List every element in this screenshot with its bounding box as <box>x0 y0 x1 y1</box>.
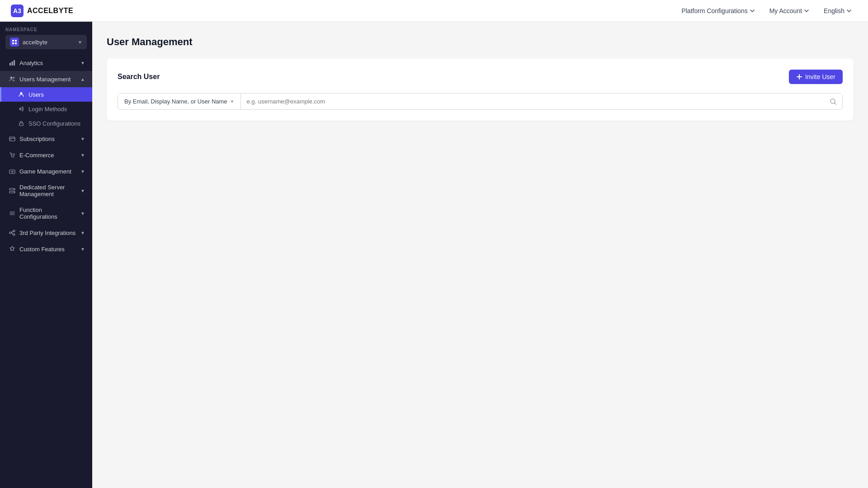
svg-point-20 <box>14 192 14 192</box>
sidebar-item-game-management[interactable]: Game Management ▼ <box>0 163 92 179</box>
sidebar-item-analytics[interactable]: Analytics ▼ <box>0 55 92 71</box>
namespace-selector-button[interactable]: accelbyte ▼ <box>5 35 87 49</box>
search-filter-chevron-icon: ▼ <box>230 99 235 104</box>
users-management-label: Users Management <box>19 76 71 83</box>
svg-rect-1 <box>15 40 17 42</box>
analytics-icon <box>9 59 16 66</box>
namespace-section: NAMESPACE accelbyte ▼ <box>0 22 92 53</box>
function-config-icon <box>9 210 16 217</box>
main-layout: NAMESPACE accelbyte ▼ Analytics ▼ <box>0 22 868 488</box>
subscriptions-label: Subscriptions <box>19 136 55 142</box>
sidebar-item-users-management[interactable]: Users Management ▲ <box>0 71 92 87</box>
ecommerce-icon <box>9 151 16 159</box>
subscriptions-icon <box>9 135 16 142</box>
function-config-label: Function Configurations <box>19 206 80 220</box>
sidebar-navigation: Analytics ▼ Users Management ▲ <box>0 53 92 488</box>
dedicated-server-label: Dedicated Server Management <box>19 184 80 197</box>
sidebar-item-ecommerce[interactable]: E-Commerce ▼ <box>0 147 92 163</box>
ecommerce-chevron-icon: ▼ <box>80 153 85 158</box>
users-management-icon <box>9 75 16 83</box>
platform-config-chevron-icon <box>750 8 755 14</box>
custom-features-icon <box>9 245 16 253</box>
sidebar-item-custom-features[interactable]: Custom Features ▼ <box>0 241 92 257</box>
platform-configurations-button[interactable]: Platform Configurations <box>676 5 760 17</box>
search-filter-label: By Email, Display Name, or User Name <box>124 98 227 105</box>
analytics-label: Analytics <box>19 60 43 66</box>
namespace-label: NAMESPACE <box>5 27 87 32</box>
search-filter-dropdown[interactable]: By Email, Display Name, or User Name ▼ <box>118 94 241 109</box>
namespace-chevron-icon: ▼ <box>78 40 82 45</box>
svg-rect-11 <box>9 137 15 141</box>
namespace-value: accelbyte <box>23 39 74 46</box>
svg-rect-4 <box>9 63 11 66</box>
main-content: User Management Search User Invite User … <box>92 22 868 488</box>
svg-point-8 <box>13 77 15 79</box>
svg-point-21 <box>9 232 11 234</box>
users-icon <box>18 91 25 98</box>
svg-point-7 <box>10 77 13 79</box>
users-label: Users <box>28 91 44 98</box>
sso-config-label: SSO Configurations <box>28 120 80 127</box>
sso-config-icon <box>18 120 25 127</box>
dedicated-server-icon <box>9 187 16 194</box>
custom-features-chevron-icon: ▼ <box>80 247 85 252</box>
game-management-icon <box>9 168 16 175</box>
search-icon <box>830 98 837 105</box>
logo-area: A3 ACCELBYTE <box>11 5 73 17</box>
invite-plus-icon <box>796 74 802 80</box>
namespace-icon <box>10 38 19 47</box>
third-party-label: 3rd Party Integrations <box>19 230 75 236</box>
login-methods-icon <box>18 105 25 113</box>
sidebar-item-dedicated-server[interactable]: Dedicated Server Management ▼ <box>0 179 92 202</box>
sidebar: NAMESPACE accelbyte ▼ Analytics ▼ <box>0 22 92 488</box>
custom-features-label: Custom Features <box>19 246 65 253</box>
sidebar-item-login-methods[interactable]: Login Methods <box>0 102 92 116</box>
game-management-chevron-icon: ▼ <box>80 169 85 174</box>
invite-user-button[interactable]: Invite User <box>789 70 843 84</box>
search-row: By Email, Display Name, or User Name ▼ <box>118 93 843 110</box>
my-account-chevron-icon <box>804 8 809 14</box>
top-navigation: A3 ACCELBYTE Platform Configurations My … <box>0 0 868 22</box>
login-methods-label: Login Methods <box>28 106 67 113</box>
logo-icon: A3 <box>11 5 24 17</box>
game-management-label: Game Management <box>19 168 71 175</box>
function-config-chevron-icon: ▼ <box>80 211 85 216</box>
search-user-card: Search User Invite User By Email, Displa… <box>107 59 854 121</box>
svg-point-14 <box>13 157 14 158</box>
svg-rect-0 <box>12 40 14 42</box>
sidebar-item-sso-configurations[interactable]: SSO Configurations <box>0 116 92 131</box>
language-chevron-icon <box>846 8 852 14</box>
svg-point-23 <box>13 234 15 235</box>
svg-point-13 <box>12 157 13 158</box>
search-input[interactable] <box>246 94 830 109</box>
third-party-icon <box>9 229 16 236</box>
my-account-button[interactable]: My Account <box>764 5 815 17</box>
topnav-right-section: Platform Configurations My Account Engli… <box>676 5 857 17</box>
analytics-chevron-icon: ▼ <box>80 61 85 66</box>
sidebar-item-function-config[interactable]: Function Configurations ▼ <box>0 202 92 225</box>
svg-point-19 <box>14 189 14 190</box>
sidebar-item-users[interactable]: Users <box>0 87 92 102</box>
search-card-header: Search User Invite User <box>118 70 843 84</box>
page-title: User Management <box>107 36 854 48</box>
svg-rect-2 <box>12 42 14 44</box>
sidebar-item-subscriptions[interactable]: Subscriptions ▼ <box>0 131 92 147</box>
subscriptions-chevron-icon: ▼ <box>80 136 85 141</box>
svg-point-12 <box>10 139 11 140</box>
svg-point-16 <box>13 171 14 172</box>
svg-point-9 <box>20 92 23 94</box>
svg-rect-5 <box>12 61 13 66</box>
search-input-wrapper <box>241 94 842 109</box>
svg-rect-10 <box>19 123 23 126</box>
search-card-title: Search User <box>118 73 160 81</box>
ecommerce-label: E-Commerce <box>19 152 54 159</box>
logo-text: ACCELBYTE <box>27 7 73 15</box>
dedicated-server-chevron-icon: ▼ <box>80 188 85 193</box>
language-selector-button[interactable]: English <box>818 5 857 17</box>
users-management-chevron-icon: ▲ <box>80 77 85 82</box>
svg-rect-3 <box>15 42 17 44</box>
third-party-chevron-icon: ▼ <box>80 230 85 235</box>
svg-rect-6 <box>14 60 15 66</box>
sidebar-item-third-party[interactable]: 3rd Party Integrations ▼ <box>0 225 92 241</box>
svg-point-22 <box>13 230 15 232</box>
